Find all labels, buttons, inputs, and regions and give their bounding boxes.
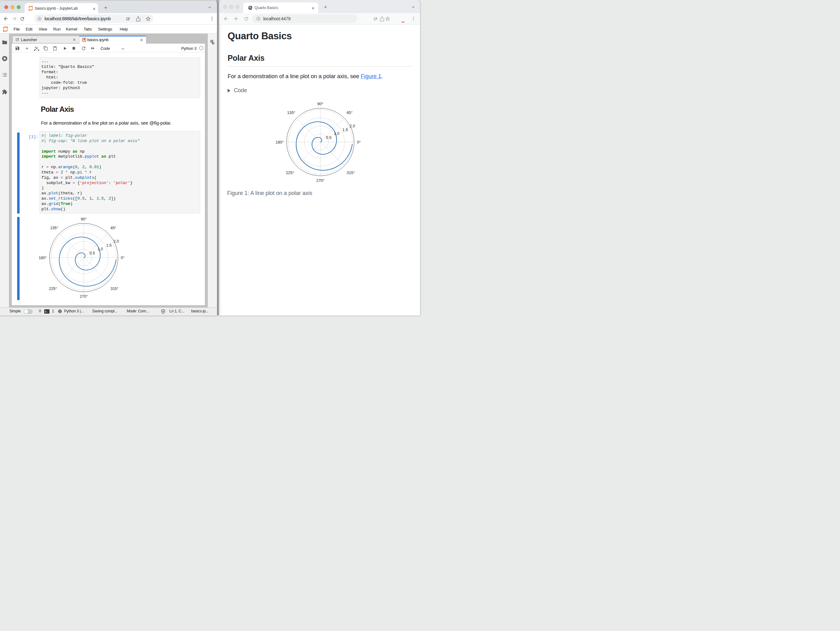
svg-text:0.5: 0.5 <box>326 135 332 140</box>
svg-text:180°: 180° <box>276 140 284 144</box>
svg-text:225°: 225° <box>286 170 294 175</box>
svg-text:0.5: 0.5 <box>90 251 95 255</box>
svg-text:270°: 270° <box>316 178 324 182</box>
svg-text:45°: 45° <box>347 110 352 115</box>
svg-text:180°: 180° <box>39 255 47 260</box>
svg-text:1.0: 1.0 <box>334 131 339 136</box>
svg-text:45°: 45° <box>110 226 116 230</box>
svg-text:1.5: 1.5 <box>343 127 348 132</box>
svg-text:1.5: 1.5 <box>106 243 112 247</box>
svg-text:225°: 225° <box>49 286 57 291</box>
svg-text:90°: 90° <box>81 217 87 221</box>
svg-text:0°: 0° <box>357 140 361 144</box>
svg-text:270°: 270° <box>80 294 88 299</box>
svg-text:$_: $_ <box>45 310 48 313</box>
svg-text:2.0: 2.0 <box>114 239 119 243</box>
svg-text:315°: 315° <box>347 170 355 175</box>
svg-text:90°: 90° <box>317 101 324 106</box>
svg-text:135°: 135° <box>50 226 58 230</box>
svg-text:1.0: 1.0 <box>98 247 103 251</box>
svg-text:0°: 0° <box>121 255 125 260</box>
svg-text:2.0: 2.0 <box>350 123 355 128</box>
svg-text:135°: 135° <box>287 110 295 115</box>
svg-text:315°: 315° <box>111 286 118 291</box>
